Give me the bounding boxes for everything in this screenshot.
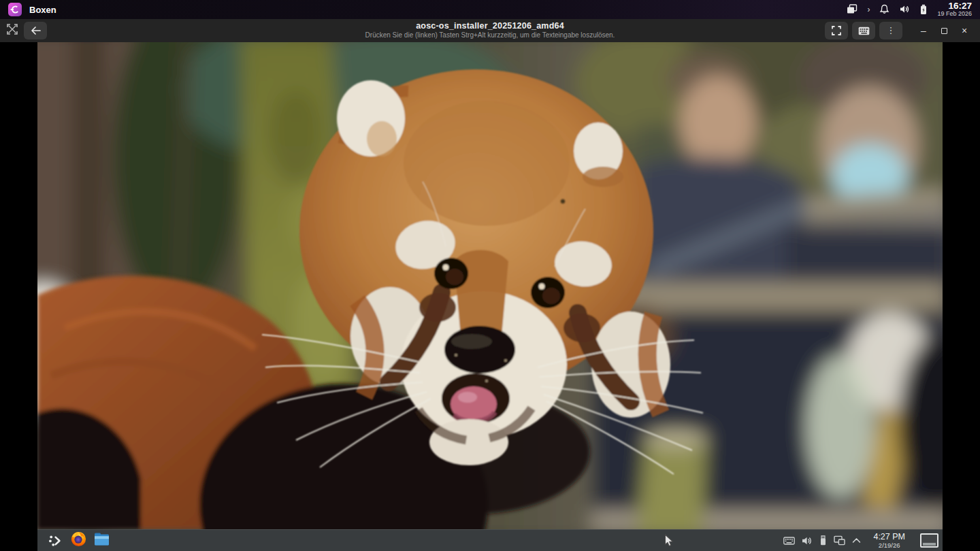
shell-clock[interactable]: 16:27 19 Feb 2026: [937, 1, 972, 18]
stacked-windows-icon[interactable]: [847, 4, 858, 14]
back-button[interactable]: [24, 22, 47, 39]
shell-date: 19 Feb 2026: [937, 11, 972, 17]
vm-display-area: 4:27 PM 2/19/26: [0, 42, 980, 551]
back-arrow-icon: [31, 27, 41, 35]
maximize-icon: [941, 28, 947, 34]
firefox-icon[interactable]: [71, 531, 86, 550]
shell-time: 16:27: [937, 1, 972, 11]
kebab-menu-icon: ⋮: [887, 22, 896, 39]
shell-top-bar: Boxen ›: [0, 0, 980, 19]
vm-date: 2/19/26: [873, 542, 905, 549]
usb-icon[interactable]: [819, 535, 827, 546]
show-desktop-button[interactable]: [920, 533, 938, 548]
speaker-icon[interactable]: [899, 4, 910, 14]
vm-window-subtitle: Drücken Sie die (linken) Tasten Strg+Alt…: [184, 31, 796, 39]
fit-screen-corner-icon: [7, 24, 18, 37]
chevron-right-icon[interactable]: ›: [867, 5, 870, 14]
file-manager-icon[interactable]: [94, 532, 110, 549]
boxes-app-icon: [8, 3, 22, 16]
launcher-icon[interactable]: [47, 533, 63, 549]
shell-app-name: Boxen: [29, 5, 56, 15]
battery-icon[interactable]: [919, 4, 928, 15]
shell-app-menu[interactable]: Boxen: [8, 3, 56, 16]
viewer-header-bar: aosc-os_installer_20251206_amd64 Drücken…: [0, 19, 980, 42]
vm-display[interactable]: 4:27 PM 2/19/26: [37, 42, 943, 551]
menu-button[interactable]: ⋮: [879, 22, 902, 39]
fullscreen-icon: [832, 26, 841, 35]
minimize-button[interactable]: –: [913, 22, 934, 39]
vm-time: 4:27 PM: [873, 533, 905, 541]
vm-window-title: aosc-os_installer_20251206_amd64: [184, 21, 796, 31]
keyboard-shortcuts-button[interactable]: [852, 22, 875, 39]
maximize-button[interactable]: [934, 22, 954, 39]
volume-icon[interactable]: [802, 536, 813, 546]
viewer-titles: aosc-os_installer_20251206_amd64 Drücken…: [184, 21, 796, 39]
keyboard-layout-icon[interactable]: [783, 536, 795, 545]
vm-clock[interactable]: 4:27 PM 2/19/26: [873, 533, 905, 549]
wallpaper-photo-red-panda: [37, 42, 943, 529]
fullscreen-button[interactable]: [825, 22, 848, 39]
bell-icon[interactable]: [879, 4, 889, 14]
chevron-up-icon[interactable]: [852, 537, 861, 544]
display-share-icon[interactable]: [834, 535, 845, 546]
keyboard-icon: [858, 27, 870, 35]
close-button[interactable]: ×: [954, 22, 975, 39]
vm-taskbar: 4:27 PM 2/19/26: [37, 529, 943, 551]
